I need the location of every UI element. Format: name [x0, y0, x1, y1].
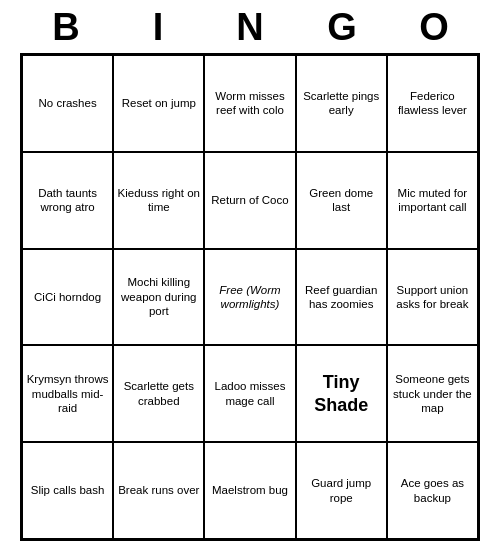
bingo-cell: Maelstrom bug [204, 442, 295, 539]
bingo-letter: N [208, 6, 292, 49]
bingo-cell: Mochi killing weapon during port [113, 249, 204, 346]
bingo-letter: B [24, 6, 108, 49]
bingo-header: BINGO [20, 0, 480, 53]
bingo-cell: Worm misses reef with colo [204, 55, 295, 152]
bingo-grid: No crashesReset on jumpWorm misses reef … [20, 53, 480, 541]
bingo-cell: Krymsyn throws mudballs mid-raid [22, 345, 113, 442]
bingo-letter: I [116, 6, 200, 49]
bingo-cell: Scarlette gets crabbed [113, 345, 204, 442]
bingo-cell: Support union asks for break [387, 249, 478, 346]
bingo-cell: Kieduss right on time [113, 152, 204, 249]
bingo-cell: Reef guardian has zoomies [296, 249, 387, 346]
bingo-cell: Slip calls bash [22, 442, 113, 539]
bingo-cell: Reset on jump [113, 55, 204, 152]
bingo-cell: Ladoo misses mage call [204, 345, 295, 442]
bingo-cell: Free (Worm wormlights) [204, 249, 295, 346]
bingo-cell: Federico flawless lever [387, 55, 478, 152]
bingo-cell: Green dome last [296, 152, 387, 249]
bingo-cell: Ace goes as backup [387, 442, 478, 539]
bingo-cell: Someone gets stuck under the map [387, 345, 478, 442]
bingo-cell: Return of Coco [204, 152, 295, 249]
bingo-cell: CiCi horndog [22, 249, 113, 346]
bingo-cell: Guard jump rope [296, 442, 387, 539]
bingo-cell: Break runs over [113, 442, 204, 539]
bingo-cell: Mic muted for important call [387, 152, 478, 249]
bingo-cell: Tiny Shade [296, 345, 387, 442]
bingo-letter: G [300, 6, 384, 49]
bingo-cell: No crashes [22, 55, 113, 152]
bingo-letter: O [392, 6, 476, 49]
bingo-cell: Dath taunts wrong atro [22, 152, 113, 249]
bingo-cell: Scarlette pings early [296, 55, 387, 152]
